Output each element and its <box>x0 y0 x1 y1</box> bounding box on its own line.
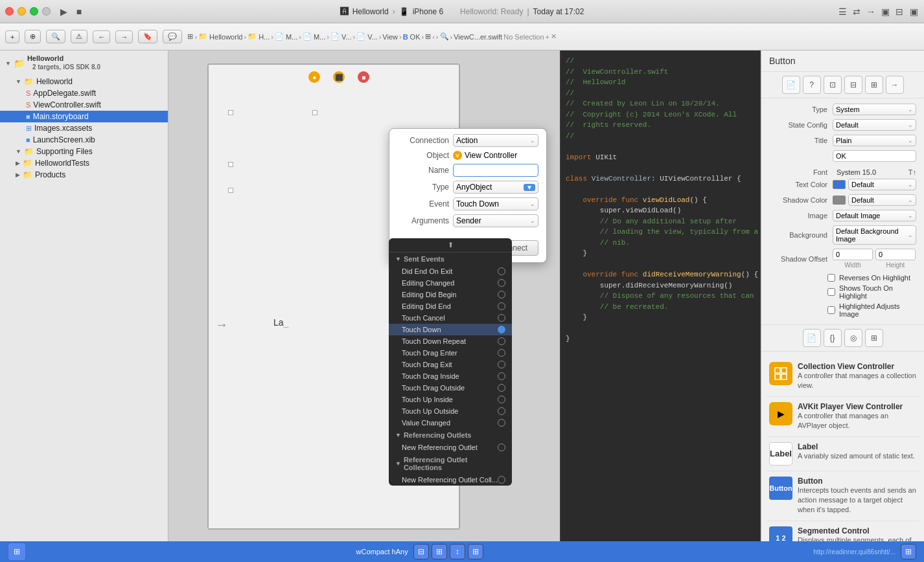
conn-item-editing-changed[interactable]: Editing Changed <box>389 277 512 289</box>
background-dropdown-inner[interactable]: Default Background Image ⌄ <box>833 225 916 245</box>
conn-item-new-referencing-outlet[interactable]: New Referencing Outlet <box>389 442 512 453</box>
radio-value-changed[interactable] <box>498 419 505 427</box>
breadcrumb-v1[interactable]: 📄V... <box>330 32 352 41</box>
quick-help-icon[interactable]: ? <box>803 76 821 94</box>
back-button[interactable]: ← <box>93 30 110 43</box>
title-text-input[interactable] <box>833 150 916 162</box>
shadow-height-input[interactable] <box>875 249 916 260</box>
sidebar-item-mainstoryboard[interactable]: ■ Main.storyboard <box>0 111 168 122</box>
radio-touch-drag-outside[interactable] <box>498 384 505 392</box>
conn-item-touch-down-repeat[interactable]: Touch Down Repeat <box>389 335 512 347</box>
breadcrumb-m2[interactable]: 📄M... <box>303 32 325 41</box>
text-color-swatch[interactable] <box>833 180 846 189</box>
lib-icon-3[interactable]: ◎ <box>844 329 862 347</box>
sidebar-right-icon[interactable]: ▣ <box>908 6 919 17</box>
shadow-color-swatch[interactable] <box>833 196 846 205</box>
conn-item-touch-up-outside[interactable]: Touch Up Outside <box>389 405 512 417</box>
bookmark-button[interactable]: 🔖 <box>138 30 157 43</box>
sidebar-left-icon[interactable]: ▣ <box>880 6 890 17</box>
shows-touch-checkbox[interactable] <box>827 288 835 296</box>
name-input[interactable] <box>453 164 538 177</box>
conn-item-touch-cancel[interactable]: Touch Cancel <box>389 312 512 324</box>
radio-touch-drag-inside[interactable] <box>498 372 505 380</box>
conn-item-touch-up-inside[interactable]: Touch Up Inside <box>389 394 512 405</box>
minimize-button[interactable] <box>17 7 26 16</box>
statusbar-grid-icon[interactable]: ⊞ <box>8 543 26 561</box>
maximize-button[interactable] <box>30 7 38 16</box>
conn-item-touch-drag-inside[interactable]: Touch Drag Inside <box>389 370 512 382</box>
radio-new-referencing-outlet[interactable] <box>498 444 505 451</box>
sidebar-item-viewcontroller[interactable]: S ViewController.swift <box>0 99 168 111</box>
lib-icon-1[interactable]: 📄 <box>803 329 821 347</box>
new-file-button[interactable]: + <box>5 30 19 43</box>
sidebar-group-helloworldtests[interactable]: ▶ 📁 HelloworldTests <box>0 157 168 169</box>
conn-item-new-referencing-outlet-coll[interactable]: New Referencing Outlet Coll... <box>389 474 512 486</box>
search-button[interactable]: 🔍 <box>46 30 65 43</box>
sidebar-root[interactable]: ▼ 📁 Helloworld 2 targets, iOS SDK 8.0 <box>0 51 168 76</box>
shadow-width-input[interactable] <box>833 249 873 260</box>
conn-item-editing-did-end[interactable]: Editing Did End <box>389 300 512 312</box>
type-dropdown-inner[interactable]: AnyObject ▼ <box>453 181 538 194</box>
list-icon[interactable]: ☰ <box>837 6 848 17</box>
image-dropdown[interactable]: Default Image ⌄ <box>833 210 916 221</box>
layout-icon-2[interactable]: ⊞ <box>432 544 447 559</box>
event-dropdown-inner[interactable]: Touch Down ⌄ <box>453 197 538 210</box>
radio-touch-down-repeat[interactable] <box>498 337 505 345</box>
title-select[interactable]: Plain ⌄ <box>833 135 916 146</box>
layout-icon-1[interactable]: ⊟ <box>413 544 429 559</box>
arguments-dropdown[interactable]: Sender ⌄ <box>453 214 538 227</box>
breadcrumb-h[interactable]: 📁H... <box>248 32 270 41</box>
sidebar-group-products[interactable]: ▶ 📁 Products <box>0 169 168 181</box>
conn-item-value-changed[interactable]: Value Changed <box>389 417 512 429</box>
sidebar-item-images[interactable]: ⊞ Images.xcassets <box>0 122 168 134</box>
breadcrumb-m1[interactable]: 📄M... <box>275 32 297 41</box>
reverses-checkbox[interactable] <box>827 274 835 282</box>
close-button[interactable] <box>5 7 14 16</box>
referencing-outlet-collections-header[interactable]: ▼ Referencing Outlet Collections <box>389 453 512 474</box>
conn-item-touch-down[interactable]: Touch Down <box>389 324 512 335</box>
lib-icon-2[interactable]: {} <box>824 329 842 347</box>
forward-icon[interactable]: → <box>866 6 876 17</box>
radio-touch-drag-enter[interactable] <box>498 349 505 357</box>
window-controls[interactable] <box>5 7 51 16</box>
referencing-outlets-header[interactable]: ▼ Referencing Outlets <box>389 429 512 442</box>
radio-touch-up-inside[interactable] <box>498 396 505 403</box>
highlighted-checkbox[interactable] <box>827 306 835 314</box>
radio-did-end-on-exit[interactable] <box>498 267 505 275</box>
back-forward-icon[interactable]: ⇄ <box>851 6 862 17</box>
sidebar-item-appdelegate[interactable]: S AppDelegate.swift <box>0 87 168 99</box>
connections-inspector-icon[interactable]: → <box>886 76 904 94</box>
type-dropdown[interactable]: AnyObject ▼ <box>453 181 538 194</box>
breadcrumb-view[interactable]: View <box>382 33 398 41</box>
split-icon[interactable]: ⊟ <box>894 6 905 17</box>
conn-item-touch-drag-exit[interactable]: Touch Drag Exit <box>389 359 512 370</box>
play-icon[interactable]: ▶ <box>58 6 69 17</box>
attributes-inspector-icon[interactable]: ⊟ <box>844 76 862 94</box>
type-dropdown-val[interactable]: System ⌄ <box>833 104 916 115</box>
size-inspector-icon[interactable]: ⊞ <box>865 76 883 94</box>
shadow-color-dropdown[interactable]: Default ⌄ <box>848 194 916 206</box>
breadcrumb-helloworld[interactable]: 📁Helloworld <box>198 32 242 41</box>
conn-item-touch-drag-enter[interactable]: Touch Drag Enter <box>389 347 512 359</box>
add-target-button[interactable]: ⊕ <box>25 30 41 43</box>
conn-item-editing-did-begin[interactable]: Editing Did Begin <box>389 289 512 300</box>
statusbar-settings-icon[interactable]: ⊞ <box>901 544 916 559</box>
identity-inspector-icon[interactable]: ⊡ <box>824 76 842 94</box>
radio-touch-drag-exit[interactable] <box>498 361 505 368</box>
stop-icon[interactable]: ■ <box>74 6 84 17</box>
sidebar-item-launchscreen[interactable]: ■ LaunchScreen.xib <box>0 134 168 146</box>
forward-nav-button[interactable]: → <box>115 30 133 43</box>
conn-item-did-end-on-exit[interactable]: Did End On Exit <box>389 265 512 277</box>
sidebar-group-helloworld[interactable]: ▼ 📁 Helloworld <box>0 76 168 87</box>
sidebar-group-supportingfiles[interactable]: ▼ 📁 Supporting Files <box>0 146 168 157</box>
background-dropdown[interactable]: Default Background Image ⌄ <box>833 225 916 245</box>
comment-button[interactable]: 💬 <box>163 30 182 43</box>
image-dropdown-inner[interactable]: Default Image ⌄ <box>833 210 916 221</box>
arguments-dropdown-inner[interactable]: Sender ⌄ <box>453 214 538 227</box>
file-inspector-icon[interactable]: 📄 <box>782 76 800 94</box>
layout-icon-3[interactable]: ↕ <box>450 544 465 559</box>
root-disclosure[interactable]: ▼ <box>5 60 11 67</box>
layout-icon-4[interactable]: ⊞ <box>468 544 483 559</box>
radio-touch-cancel[interactable] <box>498 314 505 322</box>
radio-touch-up-outside[interactable] <box>498 407 505 415</box>
